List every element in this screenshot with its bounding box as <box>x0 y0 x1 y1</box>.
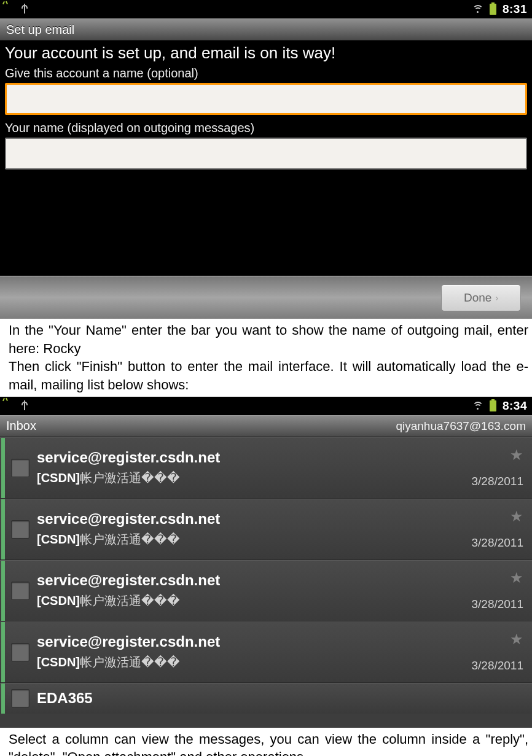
wifi-icon <box>472 402 483 410</box>
bottom-bar: Done › <box>0 276 532 319</box>
mail-sender: service@register.csdn.net <box>37 633 444 650</box>
star-icon[interactable]: ★ <box>510 571 523 585</box>
mail-subject: [CSDN]帐户激活通��� <box>37 470 444 486</box>
instruction-text-1: In the "Your Name" enter the bar you wan… <box>0 319 532 397</box>
status-bar: 8:34 <box>0 397 532 415</box>
star-icon[interactable]: ★ <box>510 509 523 524</box>
folder-name: Inbox <box>6 419 36 433</box>
android-icon <box>5 4 15 15</box>
mail-date: 3/28/2011 <box>471 659 523 672</box>
mail-row[interactable]: service@register.csdn.net [CSDN]帐户激活通���… <box>0 499 532 560</box>
android-icon <box>5 400 15 411</box>
unread-indicator <box>1 622 5 682</box>
chevron-right-icon: › <box>495 293 498 303</box>
mail-subject: [CSDN]帐户激活通��� <box>37 593 444 609</box>
setup-success-text: Your account is set up, and email is on … <box>5 44 527 63</box>
mail-list[interactable]: service@register.csdn.net [CSDN]帐户激活通���… <box>0 437 532 728</box>
unread-indicator <box>1 561 5 621</box>
mail-checkbox[interactable] <box>11 520 29 539</box>
star-icon[interactable]: ★ <box>510 632 523 647</box>
status-time: 8:34 <box>503 399 527 413</box>
mail-sender: service@register.csdn.net <box>37 449 444 466</box>
instruction-line: Then click "Finish" button to enter the … <box>9 357 528 394</box>
mail-date: 3/28/2011 <box>471 475 523 488</box>
mail-row[interactable]: service@register.csdn.net [CSDN]帐户激活通���… <box>0 622 532 683</box>
setup-content: Your account is set up, and email is on … <box>0 41 532 276</box>
mail-checkbox[interactable] <box>11 643 29 661</box>
done-button[interactable]: Done › <box>441 284 521 311</box>
instruction-line: In the "Your Name" enter the bar you wan… <box>9 321 528 357</box>
mail-row[interactable]: EDA365 <box>0 683 532 714</box>
mail-checkbox[interactable] <box>11 459 29 477</box>
mail-subject: [CSDN]帐户激活通��� <box>37 654 444 671</box>
mail-date: 3/28/2011 <box>471 536 523 550</box>
wifi-icon <box>472 5 483 14</box>
your-name-label: Your name (displayed on outgoing message… <box>5 121 527 135</box>
mail-checkbox[interactable] <box>11 582 29 600</box>
account-email: qiyanhua7637@163.com <box>396 419 526 433</box>
mail-sender: service@register.csdn.net <box>37 572 444 589</box>
status-time: 8:31 <box>503 2 527 16</box>
done-button-label: Done <box>464 291 491 305</box>
instruction-text-2: Select a column can view the messages, y… <box>0 728 532 756</box>
mail-date: 3/28/2011 <box>471 598 523 611</box>
unread-indicator <box>1 684 5 714</box>
your-name-field[interactable] <box>5 138 527 170</box>
instruction-line: Select a column can view the messages, y… <box>9 730 528 756</box>
window-title: Set up email <box>0 18 532 41</box>
star-icon[interactable]: ★ <box>510 448 523 462</box>
mail-subject: [CSDN]帐户激活通��� <box>37 531 444 548</box>
screenshot-inbox: 8:34 Inbox qiyanhua7637@163.com service@… <box>0 397 532 728</box>
battery-icon <box>490 400 496 411</box>
inbox-header: Inbox qiyanhua7637@163.com <box>0 415 532 437</box>
unread-indicator <box>1 499 5 559</box>
battery-icon <box>490 4 496 15</box>
status-bar: 8:31 <box>0 0 532 18</box>
account-name-label: Give this account a name (optional) <box>5 66 527 80</box>
account-name-field[interactable] <box>5 83 527 115</box>
usb-icon <box>21 400 28 411</box>
unread-indicator <box>1 438 5 498</box>
mail-sender: service@register.csdn.net <box>37 510 444 528</box>
mail-sender: EDA365 <box>37 690 523 707</box>
screenshot-setup-email: 8:31 Set up email Your account is set up… <box>0 0 532 319</box>
mail-checkbox[interactable] <box>11 689 29 707</box>
mail-row[interactable]: service@register.csdn.net [CSDN]帐户激活通���… <box>0 560 532 622</box>
mail-row[interactable]: service@register.csdn.net [CSDN]帐户激活通���… <box>0 437 532 499</box>
usb-icon <box>21 4 28 15</box>
